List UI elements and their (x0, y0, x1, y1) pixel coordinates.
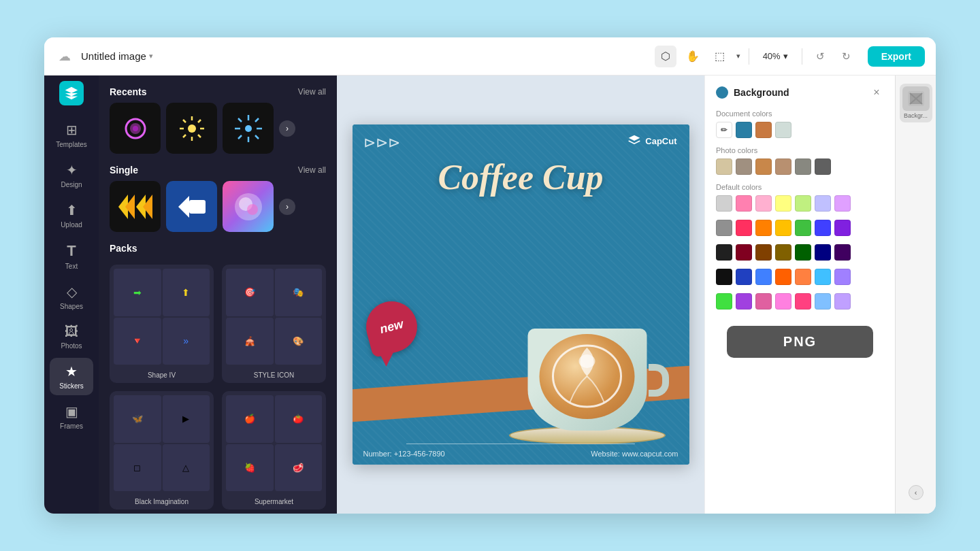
default-color-6[interactable] (834, 195, 851, 212)
default-color-15[interactable] (736, 244, 752, 261)
default-color-17[interactable] (775, 244, 791, 261)
sidebar-item-frames[interactable]: ▣ Frames (50, 398, 93, 435)
collapse-panel-button[interactable]: ‹ (909, 485, 924, 500)
default-color-0[interactable] (716, 195, 732, 212)
design-icon: ✦ (66, 162, 78, 178)
header-left: ☁ Untitled image ▾ (55, 47, 153, 66)
photo-color-0[interactable] (716, 158, 732, 175)
default-color-31[interactable] (775, 293, 791, 310)
sidebar-item-photos[interactable]: 🖼 Photos (50, 318, 93, 355)
cloud-icon[interactable]: ☁ (55, 47, 74, 66)
app-logo[interactable] (59, 81, 84, 105)
single-thumb-2[interactable] (223, 181, 274, 232)
sidebar-item-stickers[interactable]: ★ Stickers (50, 358, 93, 395)
bg-panel-title-row: Background (716, 86, 789, 99)
bg-panel-title: Background (734, 87, 789, 98)
photo-color-3[interactable] (775, 158, 791, 175)
default-color-26[interactable] (815, 269, 831, 285)
single-thumb-1[interactable] (166, 181, 217, 232)
default-color-9[interactable] (755, 220, 772, 236)
doc-color-swatch-2[interactable] (775, 122, 791, 138)
photos-icon: 🖼 (65, 324, 78, 339)
sticker-thumb-2[interactable] (223, 103, 274, 154)
pack-card-shape-iv[interactable]: ➡ ⬆ 🔻 » Shape IV (110, 265, 214, 383)
default-color-5[interactable] (815, 195, 831, 212)
svg-line-8 (183, 120, 186, 122)
default-color-14[interactable] (716, 244, 732, 261)
sidebar-item-templates[interactable]: ⊞ Templates (50, 116, 93, 154)
select-tool-button[interactable]: ⬡ (655, 46, 676, 67)
doc-title[interactable]: Untitled image ▾ (81, 50, 153, 62)
default-color-11[interactable] (795, 220, 811, 236)
default-color-28[interactable] (716, 293, 732, 310)
photo-color-4[interactable] (795, 158, 811, 175)
redo-button[interactable]: ↻ (836, 46, 857, 67)
default-color-12[interactable] (815, 220, 831, 236)
photo-color-5[interactable] (815, 158, 831, 175)
doc-color-swatch-1[interactable] (755, 122, 772, 138)
sticker-thumb-1[interactable] (166, 103, 217, 154)
default-color-33[interactable] (815, 293, 831, 310)
canvas-footer: Number: +123-456-7890 Website: www.capcu… (353, 443, 689, 465)
default-color-24[interactable] (775, 269, 791, 285)
sidebar-item-design[interactable]: ✦ Design (50, 156, 93, 194)
bg-panel-close-button[interactable]: × (869, 85, 884, 100)
default-color-4[interactable] (795, 195, 811, 212)
single-next-button[interactable]: › (279, 199, 295, 215)
pack-card-black-imagination[interactable]: 🦋 ▶ ◻ △ Black Imagination (110, 391, 214, 510)
default-color-32[interactable] (795, 293, 811, 310)
default-color-19[interactable] (815, 244, 831, 261)
canvas-frame[interactable]: CapCut ⊳⊳⊳ Coffee Cup (353, 124, 689, 465)
default-color-10[interactable] (775, 220, 791, 236)
frame-tool-chevron[interactable]: ▾ (736, 52, 740, 61)
default-color-22[interactable] (736, 269, 752, 285)
single-view-all-button[interactable]: View all (298, 165, 326, 175)
sticker-thumb-0[interactable] (110, 103, 161, 154)
export-button[interactable]: Export (868, 46, 925, 67)
default-color-27[interactable] (834, 269, 851, 285)
photo-color-1[interactable] (736, 158, 752, 175)
png-export-button[interactable]: PNG (727, 326, 873, 358)
recents-view-all-button[interactable]: View all (298, 87, 326, 97)
recents-next-button[interactable]: › (279, 120, 295, 137)
doc-color-swatch-0[interactable] (736, 122, 752, 138)
design-label: Design (61, 181, 82, 188)
background-tab-card[interactable]: Backgr... (900, 84, 932, 122)
svg-line-11 (183, 135, 186, 137)
default-color-7[interactable] (716, 220, 732, 236)
default-color-16[interactable] (755, 244, 772, 261)
recents-section-header: Recents View all (99, 76, 337, 103)
undo-button[interactable]: ↺ (811, 46, 831, 67)
default-color-34[interactable] (834, 293, 851, 310)
text-icon: T (67, 242, 76, 260)
pack-card-style-icon[interactable]: 🎯 🎭 🎪 🎨 STYLE ICON (222, 265, 326, 383)
default-color-2[interactable] (755, 195, 772, 212)
sidebar-item-shapes[interactable]: ◇ Shapes (50, 278, 93, 316)
single-thumb-0[interactable] (110, 181, 161, 232)
photo-color-2[interactable] (755, 158, 772, 175)
default-color-21[interactable] (716, 269, 732, 285)
sidebar-item-upload[interactable]: ⬆ Upload (50, 197, 93, 234)
default-color-20[interactable] (834, 244, 851, 261)
default-color-3[interactable] (775, 195, 791, 212)
default-color-23[interactable] (755, 269, 772, 285)
zoom-button[interactable]: 40% ▾ (757, 48, 794, 64)
default-color-25[interactable] (795, 269, 811, 285)
default-color-29[interactable] (736, 293, 752, 310)
pack-cell: 🍅 (275, 395, 323, 443)
default-color-18[interactable] (795, 244, 811, 261)
eyedropper-button[interactable]: ✏ (716, 122, 732, 138)
default-color-13[interactable] (834, 220, 851, 236)
pack-cell: ⬆ (163, 269, 210, 316)
default-color-30[interactable] (755, 293, 772, 310)
hand-tool-button[interactable]: ✋ (682, 46, 704, 67)
pack-card-supermarket[interactable]: 🍎 🍅 🍓 🥩 Supermarket (222, 391, 326, 510)
default-color-8[interactable] (736, 220, 752, 236)
pack-name-style-icon: STYLE ICON (222, 369, 326, 383)
sidebar-item-text[interactable]: T Text (50, 237, 93, 276)
templates-icon: ⊞ (66, 122, 78, 138)
default-color-1[interactable] (736, 195, 752, 212)
svg-line-18 (255, 118, 259, 122)
frame-tool-button[interactable]: ⬚ (709, 46, 731, 67)
sidebar-nav: ⊞ Templates ✦ Design ⬆ Upload T Text ◇ S… (44, 76, 99, 514)
